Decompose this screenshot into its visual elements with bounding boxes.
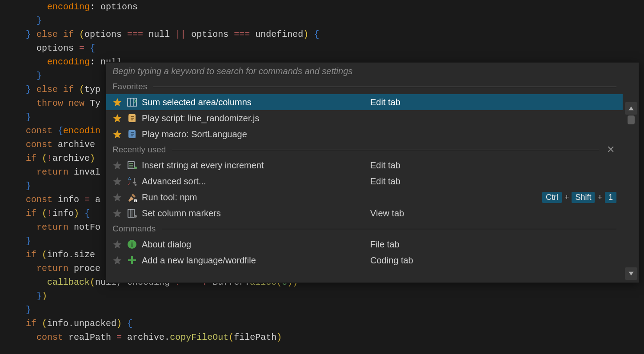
close-icon[interactable]: ✕ bbox=[605, 144, 616, 155]
plus: + bbox=[564, 193, 569, 202]
svg-point-10 bbox=[135, 184, 137, 186]
macro-scroll-icon bbox=[127, 129, 137, 139]
divider bbox=[162, 229, 616, 229]
palette-item-play-script[interactable]: Play script: line_randomizer.js bbox=[106, 110, 623, 126]
plus: + bbox=[597, 193, 602, 202]
palette-item-label: Sum selected area/columns bbox=[142, 97, 252, 107]
scroll-down-button[interactable] bbox=[625, 267, 637, 280]
star-icon[interactable] bbox=[112, 129, 122, 139]
star-icon[interactable] bbox=[112, 176, 122, 186]
palette-item-about-dialog[interactable]: About dialog File tab bbox=[106, 236, 623, 252]
section-header-favorites: Favorites bbox=[106, 79, 623, 94]
palette-item-label: Set column markers bbox=[142, 208, 221, 219]
column-markers-icon bbox=[127, 208, 137, 219]
palette-item-set-column-markers[interactable]: Set column markers View tab bbox=[106, 205, 623, 221]
palette-list: Favorites Sum selected area/columns Edit… bbox=[106, 79, 623, 282]
script-scroll-icon bbox=[127, 113, 137, 123]
code-line: if (info.unpacked) { bbox=[4, 317, 640, 330]
key-ctrl: Ctrl bbox=[542, 192, 562, 203]
key-1: 1 bbox=[605, 192, 616, 203]
section-title: Favorites bbox=[112, 82, 147, 91]
svg-rect-19 bbox=[132, 242, 132, 243]
palette-item-context: Edit tab bbox=[370, 97, 400, 107]
sort-az-icon: AZ bbox=[127, 176, 137, 187]
palette-item-label: Add a new language/wordfile bbox=[142, 255, 256, 266]
palette-item-run-tool-npm[interactable]: 1 Run tool: npm Ctrl + Shift + 1 bbox=[106, 189, 623, 205]
section-title: Commands bbox=[112, 224, 156, 234]
keyboard-shortcut: Ctrl + Shift + 1 bbox=[542, 192, 616, 203]
section-title: Recently used bbox=[112, 145, 166, 155]
scrollbar-thumb[interactable] bbox=[628, 115, 635, 124]
star-icon[interactable] bbox=[112, 97, 122, 107]
code-line: } bbox=[4, 14, 640, 28]
palette-item-sum-selected[interactable]: Sum selected area/columns Edit tab bbox=[106, 94, 623, 110]
section-header-recent: Recently used ✕ bbox=[106, 142, 623, 157]
divider bbox=[153, 87, 616, 87]
palette-item-context: File tab bbox=[370, 239, 400, 250]
star-icon[interactable] bbox=[112, 255, 122, 265]
divider bbox=[172, 150, 599, 150]
palette-item-label: Play macro: SortLanguage bbox=[142, 129, 247, 139]
section-header-commands: Commands bbox=[106, 221, 623, 236]
star-icon[interactable] bbox=[112, 113, 122, 123]
scrollbar-track[interactable] bbox=[627, 115, 636, 266]
palette-item-context: Edit tab bbox=[370, 160, 400, 171]
scrollbar[interactable] bbox=[624, 101, 639, 281]
palette-item-label: About dialog bbox=[142, 239, 191, 250]
star-icon[interactable] bbox=[112, 208, 122, 218]
code-line: const realPath = archive.copyFileOut(fil… bbox=[4, 330, 640, 344]
plus-icon bbox=[127, 255, 137, 266]
palette-item-add-language[interactable]: Add a new language/wordfile Coding tab bbox=[106, 252, 623, 268]
palette-item-context: View tab bbox=[370, 208, 404, 219]
svg-point-7 bbox=[134, 167, 137, 169]
star-icon[interactable] bbox=[112, 160, 122, 170]
code-line: encoding: options bbox=[4, 0, 640, 14]
scroll-up-button[interactable] bbox=[625, 102, 637, 115]
palette-item-advanced-sort[interactable]: AZ Advanced sort... Edit tab bbox=[106, 173, 623, 189]
code-line: }) bbox=[4, 289, 640, 303]
palette-search-input[interactable]: Begin typing a keyword to search for com… bbox=[106, 63, 639, 79]
palette-item-label: Run tool: npm bbox=[142, 192, 197, 203]
svg-text:A: A bbox=[128, 176, 131, 181]
insert-lines-icon bbox=[127, 160, 137, 171]
palette-item-label: Advanced sort... bbox=[142, 176, 206, 187]
palette-item-insert-string[interactable]: Insert string at every increment Edit ta… bbox=[106, 157, 623, 173]
tool-hammer-icon: 1 bbox=[127, 192, 137, 203]
palette-list-wrap: Favorites Sum selected area/columns Edit… bbox=[106, 79, 639, 282]
svg-rect-13 bbox=[128, 209, 134, 217]
svg-point-16 bbox=[134, 215, 137, 218]
command-palette: Begin typing a keyword to search for com… bbox=[106, 62, 639, 283]
svg-rect-21 bbox=[128, 259, 136, 261]
code-line: } else if (options === null || options =… bbox=[4, 28, 640, 41]
palette-item-context: Coding tab bbox=[370, 255, 413, 266]
svg-rect-18 bbox=[132, 243, 132, 247]
palette-item-context: Edit tab bbox=[370, 176, 400, 187]
code-line: } bbox=[4, 303, 640, 317]
svg-text:Z: Z bbox=[128, 181, 131, 186]
key-shift: Shift bbox=[572, 192, 595, 203]
palette-item-label: Play script: line_randomizer.js bbox=[142, 113, 260, 123]
columns-sum-icon bbox=[127, 97, 137, 107]
info-icon bbox=[127, 239, 137, 250]
palette-item-play-macro[interactable]: Play macro: SortLanguage bbox=[106, 126, 623, 142]
palette-item-label: Insert string at every increment bbox=[142, 160, 264, 171]
star-icon[interactable] bbox=[112, 239, 122, 249]
star-icon[interactable] bbox=[112, 192, 122, 202]
code-line: options = { bbox=[4, 41, 640, 55]
